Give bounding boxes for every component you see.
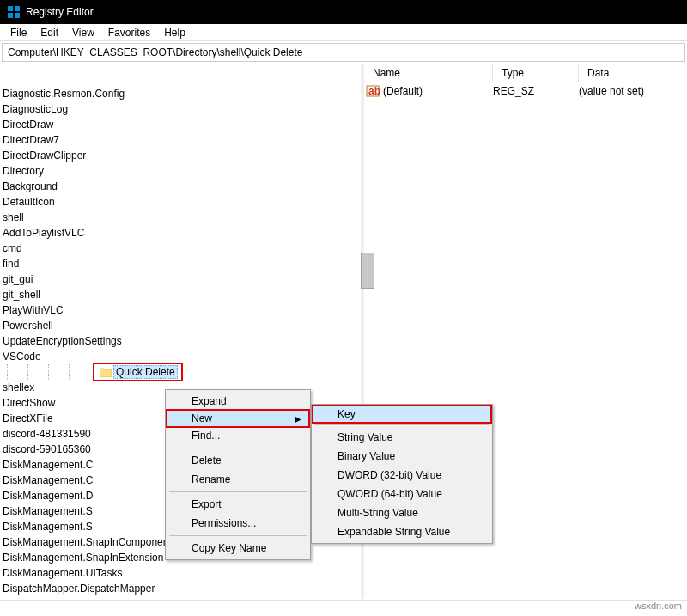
- tree-item[interactable]: git_shell: [0, 287, 361, 302]
- svg-rect-0: [8, 6, 13, 11]
- tree-item-label: DispatchMapper.DispatchMapper: [0, 582, 157, 595]
- ctx-rename[interactable]: Rename: [167, 470, 308, 489]
- tree-item-label: shellex: [0, 381, 37, 394]
- svg-rect-3: [15, 13, 20, 18]
- tree-item-label: DiskManagement.D: [0, 489, 95, 503]
- menu-file[interactable]: File: [3, 25, 33, 40]
- tree-item[interactable]: find: [0, 256, 361, 271]
- tree-item-label: DirectShow: [0, 396, 58, 410]
- tree-item[interactable]: shell: [0, 210, 361, 225]
- menu-edit[interactable]: Edit: [33, 25, 65, 40]
- tree-item-label: DiskManagement.SnapInComponent: [0, 535, 174, 549]
- tree-item[interactable]: Quick Delete: [0, 364, 361, 380]
- tree-item[interactable]: DirectDraw: [0, 117, 361, 132]
- ctx-expandable-value[interactable]: Expandable String Value: [313, 522, 490, 541]
- tree-item-label: Diagnostic.Resmon.Config: [0, 87, 127, 101]
- tree-item-label: DiskManagement.C: [0, 458, 95, 472]
- ctx-separator: [315, 424, 489, 425]
- value-data: (value not set): [579, 85, 644, 97]
- tree-item[interactable]: Background: [0, 179, 361, 194]
- tree-item[interactable]: Powershell: [0, 318, 361, 333]
- tree-item-label: DirectDrawClipper: [0, 149, 88, 162]
- ctx-export[interactable]: Export: [167, 495, 308, 514]
- col-name[interactable]: Name: [364, 64, 493, 82]
- tree-item[interactable]: Directory: [0, 163, 361, 179]
- svg-rect-1: [15, 6, 20, 11]
- tree-item-label: PlayWithVLC: [0, 303, 66, 317]
- tree-item-label: DiagnosticLog: [0, 102, 70, 116]
- col-type[interactable]: Type: [493, 64, 579, 82]
- menu-view[interactable]: View: [65, 25, 101, 40]
- tree-item[interactable]: DispatchMapper.DispatchMapper.1: [0, 596, 361, 599]
- ctx-copy-key-name[interactable]: Copy Key Name: [167, 539, 308, 558]
- tree-item-label: DirectDraw: [0, 118, 56, 131]
- tree-item-label: DirectDraw7: [0, 133, 62, 147]
- tree-item-label: DiskManagement.UITasks: [0, 566, 125, 580]
- app-icon: [7, 5, 21, 19]
- tree-item[interactable]: DefaultIcon: [0, 194, 361, 210]
- tree-item-label: Background: [0, 180, 60, 193]
- ctx-delete[interactable]: Delete: [167, 451, 308, 470]
- tree-item-label: DiskManagement.C: [0, 473, 95, 487]
- menu-bar: File Edit View Favorites Help: [0, 24, 687, 41]
- tree-item[interactable]: PlayWithVLC: [0, 302, 361, 318]
- tree-item[interactable]: Diagnostic.Resmon.Config: [0, 86, 361, 101]
- value-type: REG_SZ: [493, 85, 579, 97]
- watermark: wsxdn.com: [635, 601, 682, 611]
- context-submenu-new: Key String Value Binary Value DWORD (32-…: [311, 404, 493, 544]
- ctx-binary-value[interactable]: Binary Value: [313, 447, 490, 466]
- svg-text:ab: ab: [368, 85, 380, 97]
- ctx-permissions[interactable]: Permissions...: [167, 514, 308, 533]
- col-data[interactable]: Data: [579, 64, 687, 82]
- tree-item[interactable]: git_gui: [0, 271, 361, 287]
- tree-item-label: Powershell: [0, 319, 56, 332]
- tree-item-label: cmd: [0, 241, 25, 255]
- ctx-find[interactable]: Find...: [167, 426, 308, 445]
- ctx-dword-value[interactable]: DWORD (32-bit) Value: [313, 466, 490, 485]
- tree-item[interactable]: UpdateEncryptionSettings: [0, 333, 361, 349]
- ctx-key[interactable]: Key: [312, 405, 492, 424]
- ctx-expand[interactable]: Expand: [167, 392, 308, 411]
- address-bar[interactable]: Computer\HKEY_CLASSES_ROOT\Directory\she…: [2, 43, 685, 62]
- ctx-separator: [169, 535, 307, 536]
- address-text: Computer\HKEY_CLASSES_ROOT\Directory\she…: [8, 46, 302, 58]
- ctx-string-value[interactable]: String Value: [313, 428, 490, 447]
- tree-item-label: Quick Delete: [113, 365, 178, 379]
- tree-item[interactable]: cmd: [0, 241, 361, 256]
- tree-item-label: find: [0, 257, 21, 271]
- tree-item[interactable]: DirectDraw7: [0, 132, 361, 148]
- value-name: (Default): [383, 85, 493, 97]
- app-title: Registry Editor: [26, 6, 94, 18]
- tree-item[interactable]: DiagnosticLog: [0, 101, 361, 117]
- tree-item-label: DirectXFile: [0, 412, 56, 425]
- tree-item[interactable]: DiskManagement.UITasks: [0, 565, 361, 581]
- tree-item-label: DefaultIcon: [0, 195, 58, 209]
- ctx-new[interactable]: New▶: [166, 409, 310, 428]
- tree-item-label: git_gui: [0, 272, 35, 286]
- tree-item-label: git_shell: [0, 288, 43, 302]
- title-bar: Registry Editor: [0, 0, 687, 24]
- tree-item-label: AddToPlaylistVLC: [0, 226, 87, 240]
- tree-item-label: shell: [0, 210, 27, 224]
- ctx-multistring-value[interactable]: Multi-String Value: [313, 503, 490, 522]
- context-menu: Expand New▶ Find... Delete Rename Export…: [165, 389, 311, 560]
- ctx-separator: [169, 448, 307, 448]
- tree-item[interactable]: DispatchMapper.DispatchMapper: [0, 581, 361, 596]
- tree-item-label: DiskManagement.S: [0, 504, 95, 518]
- tree-item-label: VSCode: [0, 350, 44, 363]
- ctx-qword-value[interactable]: QWORD (64-bit) Value: [313, 485, 490, 503]
- tree-item-label: DiskManagement.S: [0, 520, 95, 534]
- status-separator: [0, 600, 687, 601]
- tree-item[interactable]: DirectDrawClipper: [0, 148, 361, 163]
- tree-item-label: DispatchMapper.DispatchMapper.1: [0, 597, 166, 599]
- tree-item-label: discord-481331590: [0, 427, 94, 441]
- tree-item-label: DiskManagement.SnapInExtension: [0, 551, 166, 564]
- menu-favorites[interactable]: Favorites: [101, 25, 157, 40]
- menu-help[interactable]: Help: [157, 25, 192, 40]
- value-row[interactable]: ab (Default) REG_SZ (value not set): [364, 82, 687, 100]
- string-value-icon: ab: [366, 84, 380, 98]
- tree-item-label: discord-590165360: [0, 442, 94, 456]
- submenu-arrow-icon: ▶: [295, 414, 301, 424]
- tree-item[interactable]: AddToPlaylistVLC: [0, 225, 361, 241]
- ctx-separator: [169, 491, 307, 492]
